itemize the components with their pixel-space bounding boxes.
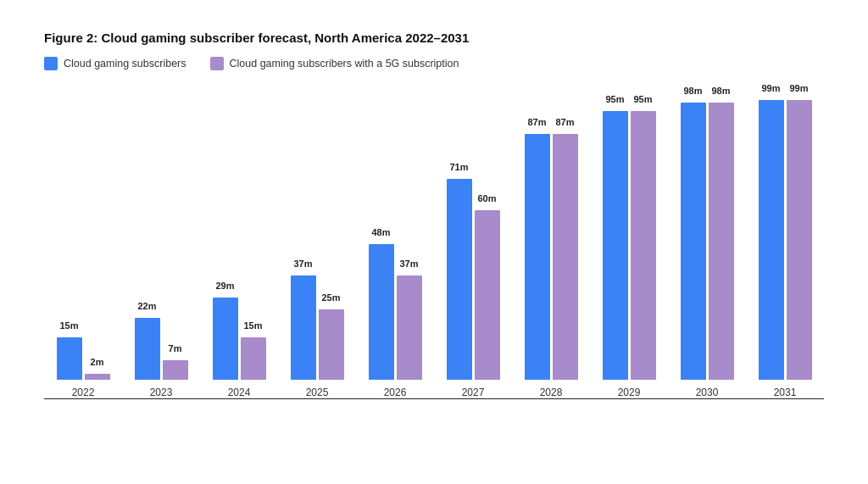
bar-label-purple-2030: 98m: [711, 86, 730, 96]
bar-label-purple-2028: 87m: [555, 117, 574, 127]
bar-fill-blue-2027: [447, 179, 472, 380]
year-label-2031: 2031: [774, 387, 797, 398]
year-group-2031: 99m99m2031: [746, 100, 824, 398]
chart-area: 15m2m202222m7m202329m15m202437m25m202548…: [44, 86, 824, 425]
year-label-2025: 2025: [306, 387, 329, 398]
legend-label-blue: Cloud gaming subscribers: [64, 58, 186, 70]
bars-2031: 99m99m: [759, 100, 812, 380]
bar-fill-purple-2026: [397, 275, 422, 380]
bar-purple-2026: 37m: [397, 275, 422, 380]
bar-fill-blue-2023: [135, 318, 160, 380]
bars-2027: 71m60m: [447, 179, 500, 380]
bar-label-blue-2026: 48m: [371, 227, 390, 237]
chart-container: Figure 2: Cloud gaming subscriber foreca…: [27, 14, 841, 471]
bar-label-purple-2022: 2m: [91, 357, 104, 367]
year-group-2026: 48m37m2026: [356, 244, 434, 398]
bar-fill-purple-2027: [475, 210, 500, 380]
bar-fill-blue-2026: [369, 244, 394, 380]
bar-fill-purple-2031: [787, 100, 812, 380]
year-label-2030: 2030: [696, 387, 719, 398]
bars-2029: 95m95m: [603, 111, 656, 380]
bar-fill-blue-2024: [213, 298, 238, 380]
legend-item-blue: Cloud gaming subscribers: [44, 57, 186, 70]
bar-blue-2031: 99m: [759, 100, 784, 380]
bars-2028: 87m87m: [525, 134, 578, 380]
bar-purple-2028: 87m: [553, 134, 578, 380]
bar-purple-2030: 98m: [709, 103, 734, 380]
bars-2022: 15m2m: [57, 337, 110, 380]
bar-blue-2022: 15m: [57, 337, 82, 380]
year-label-2022: 2022: [72, 387, 95, 398]
bar-purple-2027: 60m: [475, 210, 500, 380]
year-group-2022: 15m2m2022: [44, 337, 122, 398]
bar-label-purple-2024: 15m: [243, 320, 262, 331]
bar-label-blue-2031: 99m: [761, 83, 780, 93]
bar-label-blue-2025: 37m: [293, 259, 312, 269]
bar-blue-2024: 29m: [213, 298, 238, 380]
legend-color-blue: [44, 57, 58, 70]
bar-label-purple-2025: 25m: [321, 292, 340, 303]
bar-label-purple-2029: 95m: [633, 94, 652, 104]
bar-fill-blue-2031: [759, 100, 784, 380]
year-group-2029: 95m95m2029: [590, 111, 668, 398]
bar-purple-2024: 15m: [241, 337, 266, 380]
bar-label-blue-2029: 95m: [605, 94, 624, 104]
bar-fill-purple-2022: [85, 374, 110, 380]
bar-label-blue-2028: 87m: [527, 117, 546, 127]
bar-fill-purple-2024: [241, 337, 266, 380]
year-label-2027: 2027: [462, 387, 485, 398]
year-label-2026: 2026: [384, 387, 407, 398]
bar-fill-purple-2025: [319, 309, 344, 380]
bar-blue-2025: 37m: [291, 275, 316, 380]
bar-label-purple-2027: 60m: [477, 193, 496, 203]
bar-fill-blue-2025: [291, 275, 316, 380]
bar-blue-2028: 87m: [525, 134, 550, 380]
bar-blue-2029: 95m: [603, 111, 628, 380]
bar-fill-purple-2030: [709, 103, 734, 380]
bar-label-blue-2022: 15m: [59, 320, 78, 331]
bars-2026: 48m37m: [369, 244, 422, 380]
bar-fill-blue-2030: [681, 103, 706, 380]
bar-fill-blue-2022: [57, 337, 82, 380]
bar-label-blue-2027: 71m: [449, 162, 468, 172]
bars-2030: 98m98m: [681, 103, 734, 380]
year-group-2030: 98m98m2030: [668, 103, 746, 398]
bar-label-blue-2030: 98m: [683, 86, 702, 96]
bar-blue-2027: 71m: [447, 179, 472, 380]
chart-title: Figure 2: Cloud gaming subscriber foreca…: [44, 31, 824, 45]
bars-2025: 37m25m: [291, 275, 344, 380]
year-label-2029: 2029: [618, 387, 641, 398]
legend: Cloud gaming subscribers Cloud gaming su…: [44, 57, 824, 70]
bars-2024: 29m15m: [213, 298, 266, 380]
bar-fill-purple-2028: [553, 134, 578, 380]
bars-2023: 22m7m: [135, 318, 188, 380]
legend-label-purple: Cloud gaming subscribers with a 5G subsc…: [230, 58, 459, 70]
year-group-2023: 22m7m2023: [122, 318, 200, 398]
year-group-2028: 87m87m2028: [512, 134, 590, 398]
bar-fill-purple-2029: [631, 111, 656, 380]
bar-purple-2025: 25m: [319, 309, 344, 380]
legend-item-purple: Cloud gaming subscribers with a 5G subsc…: [210, 57, 459, 70]
year-group-2027: 71m60m2027: [434, 179, 512, 398]
bar-purple-2023: 7m: [163, 360, 188, 380]
year-group-2024: 29m15m2024: [200, 298, 278, 398]
bar-purple-2022: 2m: [85, 374, 110, 380]
bar-label-blue-2023: 22m: [137, 301, 156, 311]
bars-row: 15m2m202222m7m202329m15m202437m25m202548…: [44, 86, 824, 399]
bar-label-purple-2031: 99m: [789, 83, 808, 93]
bar-fill-blue-2029: [603, 111, 628, 380]
bar-blue-2023: 22m: [135, 318, 160, 380]
bar-purple-2031: 99m: [787, 100, 812, 380]
legend-color-purple: [210, 57, 224, 70]
year-label-2023: 2023: [150, 387, 173, 398]
year-label-2028: 2028: [540, 387, 563, 398]
bar-blue-2026: 48m: [369, 244, 394, 380]
bar-label-purple-2023: 7m: [169, 343, 182, 353]
bar-label-blue-2024: 29m: [215, 281, 234, 291]
bar-fill-blue-2028: [525, 134, 550, 380]
bar-blue-2030: 98m: [681, 103, 706, 380]
bar-fill-purple-2023: [163, 360, 188, 380]
bar-label-purple-2026: 37m: [399, 259, 418, 269]
year-label-2024: 2024: [228, 387, 251, 398]
year-group-2025: 37m25m2025: [278, 275, 356, 398]
